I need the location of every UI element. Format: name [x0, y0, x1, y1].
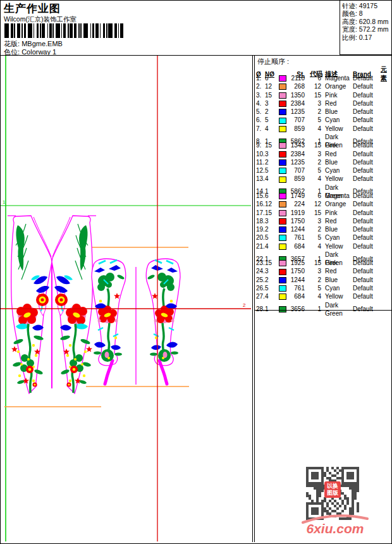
- vest-left-panel: [11, 216, 52, 393]
- row-stitches: 859: [290, 175, 306, 183]
- row-number: 12.: [256, 166, 265, 175]
- row-description: Blue: [322, 108, 353, 116]
- row-stitches: 761: [290, 284, 306, 292]
- row-brand: Default: [353, 233, 381, 242]
- row-description: Pink: [322, 209, 353, 217]
- row-code: 2: [306, 225, 322, 233]
- color-chip: [279, 294, 286, 300]
- row-brand: Default: [353, 82, 381, 90]
- row-number: 26.: [256, 284, 265, 292]
- row-description: Red: [322, 267, 353, 275]
- table-bottom-border: [255, 310, 391, 311]
- color-chip: [279, 244, 286, 250]
- row-code: 15: [306, 259, 322, 267]
- color-chip: [279, 218, 286, 225]
- row-stitches: 3656: [290, 305, 306, 313]
- row-number: 10.: [256, 150, 265, 158]
- design-svg: 1 2: [1, 56, 252, 541]
- row-needle: 12: [265, 82, 279, 90]
- row-brand: Default: [353, 141, 381, 149]
- info-colors: 颜色: 8: [342, 9, 392, 17]
- table-row: 8.158621Dark GreenDefault: [256, 133, 390, 141]
- table-row: 26.57615CyanDefault: [256, 284, 390, 292]
- row-needle: 12: [265, 200, 279, 208]
- color-chip: [279, 118, 286, 124]
- row-stitches: 1750: [290, 217, 306, 225]
- row-brand: Default: [353, 192, 381, 200]
- row-code: 1: [306, 305, 322, 313]
- info-stitches: 针迹: 49175: [342, 2, 392, 9]
- row-number: 17.: [256, 209, 265, 217]
- row-stitches: 707: [290, 166, 306, 175]
- info-width: 宽度: 572.2 mm: [342, 25, 392, 33]
- row-number: 25.: [256, 276, 265, 284]
- color-chip: [279, 226, 286, 233]
- row-description: Blue: [322, 276, 353, 284]
- row-needle: 4: [265, 175, 279, 183]
- row-stitches: 761: [290, 233, 306, 242]
- row-code: 3: [306, 217, 322, 225]
- row-stitches: 1235: [290, 158, 306, 166]
- table-row: 13.48594YellowDefault: [256, 175, 390, 183]
- stop-sequence-panel: 停止顺序 : Ø NØ St. 代码 描述 Brand 元素 1.621106M…: [254, 56, 391, 542]
- row-description: Blue: [322, 225, 353, 233]
- table-row: 18.317503RedDefault: [256, 217, 390, 225]
- row-brand: Default: [353, 99, 381, 108]
- row-description: Red: [322, 217, 353, 225]
- row-number: 21.: [256, 242, 265, 250]
- row-brand: Default: [353, 292, 381, 300]
- color-chip: [279, 75, 286, 82]
- color-chip: [279, 235, 286, 241]
- row-code: 4: [306, 292, 322, 300]
- color-chip: [279, 83, 286, 90]
- row-stitches: 1244: [290, 276, 306, 284]
- table-row: 3.15135015PinkDefault: [256, 91, 390, 99]
- row-number: 18.: [256, 217, 265, 225]
- row-brand: Default: [353, 217, 381, 225]
- row-needle: 5: [265, 233, 279, 242]
- row-needle: 15: [265, 259, 279, 267]
- row-number: 11.: [256, 158, 265, 166]
- production-worksheet: 生产作业图 Wilcom(汇京)装饰工作室 花版: MBgme.EMB 色位: …: [0, 0, 392, 544]
- row-needle: 6: [265, 192, 279, 200]
- table-row: 12.57075CyanDefault: [256, 166, 390, 175]
- row-stitches: 1919: [290, 209, 306, 217]
- start-marker: 1: [3, 199, 6, 205]
- color-chip: [279, 151, 286, 158]
- color-chip: [279, 101, 286, 107]
- row-needle: 2: [265, 108, 279, 116]
- row-description: Cyan: [322, 284, 353, 292]
- pattern-value: MBgme.EMB: [21, 40, 63, 47]
- row-needle: 3: [265, 99, 279, 108]
- row-needle: 3: [265, 150, 279, 158]
- row-description: Yellow: [322, 292, 353, 300]
- row-needle: 15: [265, 141, 279, 149]
- table-row: 25.212442BlueDefault: [256, 276, 390, 284]
- row-code: 6: [306, 192, 322, 200]
- row-stitches: 1343: [290, 141, 306, 149]
- row-needle: 5: [265, 284, 279, 292]
- row-number: 27.: [256, 292, 265, 300]
- row-brand: Default: [353, 150, 381, 158]
- table-row: 17.15191915PinkDefault: [256, 209, 390, 217]
- table-row: 14.158621Dark GreenDefault: [256, 183, 390, 192]
- header: 生产作业图 Wilcom(汇京)装饰工作室 花版: MBgme.EMB 色位: …: [1, 1, 391, 56]
- row-code: 6: [306, 74, 322, 82]
- row-description: Pink: [322, 141, 353, 149]
- boot-right: [146, 259, 180, 384]
- end-marker: 2: [243, 302, 246, 308]
- row-brand: Default: [353, 108, 381, 116]
- row-brand: Default: [353, 242, 381, 250]
- row-code: 4: [306, 125, 322, 133]
- colorway-value: Colorway 1: [21, 48, 56, 56]
- row-description: Blue: [322, 158, 353, 166]
- row-description: Cyan: [322, 233, 353, 242]
- row-stitches: 1350: [290, 91, 306, 99]
- row-brand: Default: [353, 116, 381, 124]
- row-number: 13.: [256, 175, 265, 183]
- table-row: 6.57075CyanDefault: [256, 116, 390, 124]
- row-description: Cyan: [322, 116, 353, 124]
- watermark: 6xiu.com: [300, 521, 370, 536]
- stop-sequence-rows: 1.621106MagentaDefault2.1226812OrangeDef…: [256, 74, 390, 309]
- row-brand: Default: [353, 175, 381, 183]
